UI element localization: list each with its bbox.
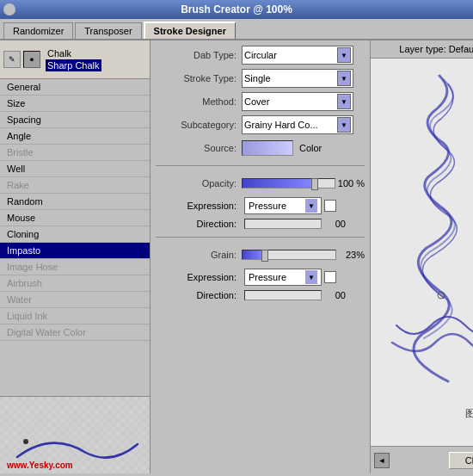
layer-type-header: Layer type: Default (371, 40, 473, 59)
stroke-type-dropdown-arrow[interactable]: ▼ (337, 71, 351, 86)
category-water: Water (0, 292, 150, 308)
category-digital-water-color: Digital Water Color (0, 325, 150, 341)
figure-label: 图1.4.5 (465, 407, 473, 420)
category-bristle: Bristle (0, 145, 150, 161)
opacity-dir-value: 00 (324, 219, 346, 229)
tab-transposer[interactable]: Transposer (75, 22, 141, 39)
left-panel: ✎ ● Chalk Sharp Chalk General Size Spaci… (0, 40, 150, 473)
dab-type-label: Dab Type: (156, 50, 242, 60)
watermark: www.Yesky.com (7, 461, 73, 470)
stroke-type-label: Stroke Type: (156, 73, 242, 83)
center-panel: Dab Type: Circular ▼ Stroke Type: Single… (150, 40, 370, 473)
svg-point-4 (23, 439, 28, 444)
clear-button[interactable]: Clear (449, 452, 473, 469)
category-size[interactable]: Size (0, 96, 150, 112)
method-dropdown[interactable]: Cover ▼ (242, 92, 353, 111)
subcategory-value: Grainy Hard Co... ▼ (242, 115, 365, 134)
category-liquid-ink: Liquid Ink (0, 308, 150, 325)
grain-label: Grain: (156, 250, 242, 260)
opacity-expression-row: Expression: Pressure ▼ (156, 197, 365, 214)
category-rake: Rake (0, 177, 150, 194)
subcategory-dropdown-arrow[interactable]: ▼ (337, 117, 351, 133)
source-label: Source: (156, 143, 242, 153)
grain-dir-label: Direction: (156, 290, 242, 300)
grain-direction-row: Direction: 00 (156, 290, 365, 300)
method-label: Method: (156, 96, 242, 107)
opacity-expr-label: Expression: (156, 201, 242, 211)
subcategory-row: Subcategory: Grainy Hard Co... ▼ (156, 115, 365, 134)
category-general[interactable]: General (0, 79, 150, 96)
right-panel: Layer type: Default 图1.4.5 ◄ Clear (370, 40, 473, 473)
opacity-percent: 100 % (338, 178, 365, 189)
opacity-expr-dropdown-arrow[interactable]: ▼ (305, 199, 317, 213)
category-angle[interactable]: Angle (0, 128, 150, 145)
grain-dir-track[interactable] (244, 290, 322, 300)
opacity-slider-fill (243, 179, 316, 188)
method-value: Cover ▼ (242, 92, 365, 111)
opacity-slider-value: 100 % (242, 178, 365, 189)
source-row: Source: Color (156, 139, 365, 158)
category-random[interactable]: Random (0, 194, 150, 210)
right-panel-bottom: ◄ Clear (371, 446, 473, 473)
category-list: General Size Spacing Angle Bristle Well … (0, 79, 150, 396)
grain-dir-value: 00 (324, 290, 346, 300)
opacity-label: Opacity: (156, 178, 242, 189)
grain-expr-check[interactable] (324, 271, 336, 283)
category-mouse[interactable]: Mouse (0, 210, 150, 226)
category-spacing[interactable]: Spacing (0, 112, 150, 128)
dab-type-value: Circular ▼ (242, 46, 365, 65)
nav-arrow-left[interactable]: ◄ (374, 453, 390, 468)
brush-stroke-preview: 图1.4.5 (371, 59, 473, 446)
dab-type-dropdown-arrow[interactable]: ▼ (337, 47, 351, 63)
brush-icon-2[interactable]: ● (23, 51, 40, 68)
app-title: Brush Creator @ 100% (181, 3, 292, 15)
brush-name-list: Chalk Sharp Chalk (46, 47, 101, 71)
brush-icon-1[interactable]: ✎ (3, 51, 21, 68)
brush-icon-group: ✎ ● (3, 51, 40, 68)
tab-randomizer[interactable]: Randomizer (3, 22, 73, 39)
source-value: Color (242, 140, 365, 156)
separator-2 (156, 237, 365, 238)
category-well[interactable]: Well (0, 161, 150, 177)
opacity-expr-check[interactable] (324, 200, 336, 212)
title-bar: Brush Creator @ 100% (0, 0, 473, 19)
separator-1 (156, 165, 365, 166)
grain-slider-value: 23% (242, 250, 365, 260)
opacity-expr-dropdown[interactable]: Pressure ▼ (244, 197, 322, 214)
tab-bar: Randomizer Transposer Stroke Designer (0, 19, 473, 40)
opacity-dir-label: Direction: (156, 219, 242, 229)
opacity-direction-row: Direction: 00 (156, 219, 365, 229)
opacity-slider-track[interactable] (242, 178, 335, 189)
grain-row: Grain: 23% (156, 245, 365, 264)
grain-percent: 23% (339, 250, 365, 260)
stroke-type-dropdown[interactable]: Single ▼ (242, 69, 353, 88)
opacity-dir-track[interactable] (244, 219, 322, 229)
brush-stroke-svg (371, 59, 473, 394)
grain-expr-label: Expression: (156, 272, 242, 282)
subcategory-dropdown[interactable]: Grainy Hard Co... ▼ (242, 115, 353, 134)
grain-expression-row: Expression: Pressure ▼ (156, 269, 365, 286)
category-cloning[interactable]: Cloning (0, 226, 150, 243)
tab-stroke-designer[interactable]: Stroke Designer (144, 22, 236, 39)
method-row: Method: Cover ▼ (156, 92, 365, 111)
grain-slider-thumb[interactable] (261, 250, 268, 262)
category-impasto[interactable]: Impasto (0, 243, 150, 259)
brush-name-chalk[interactable]: Chalk (46, 47, 101, 59)
category-airbrush: Airbrush (0, 275, 150, 292)
brush-selector: ✎ ● Chalk Sharp Chalk (0, 40, 150, 79)
grain-expr-dropdown-arrow[interactable]: ▼ (305, 270, 317, 284)
source-color-box (242, 140, 293, 156)
grain-slider-track[interactable] (242, 250, 336, 260)
brush-preview-area: www.Yesky.com (0, 396, 150, 473)
subcategory-label: Subcategory: (156, 120, 242, 130)
grain-expr-dropdown[interactable]: Pressure ▼ (244, 269, 322, 286)
main-content: ✎ ● Chalk Sharp Chalk General Size Spaci… (0, 40, 473, 473)
dab-type-dropdown[interactable]: Circular ▼ (242, 46, 353, 65)
dab-type-row: Dab Type: Circular ▼ (156, 46, 365, 65)
svg-rect-5 (371, 59, 473, 394)
controls-grid: Dab Type: Circular ▼ Stroke Type: Single… (156, 46, 365, 300)
opacity-slider-thumb[interactable] (311, 178, 318, 190)
brush-name-sharp-chalk[interactable]: Sharp Chalk (46, 59, 101, 71)
method-dropdown-arrow[interactable]: ▼ (337, 94, 351, 109)
category-image-hose: Image Hose (0, 259, 150, 275)
